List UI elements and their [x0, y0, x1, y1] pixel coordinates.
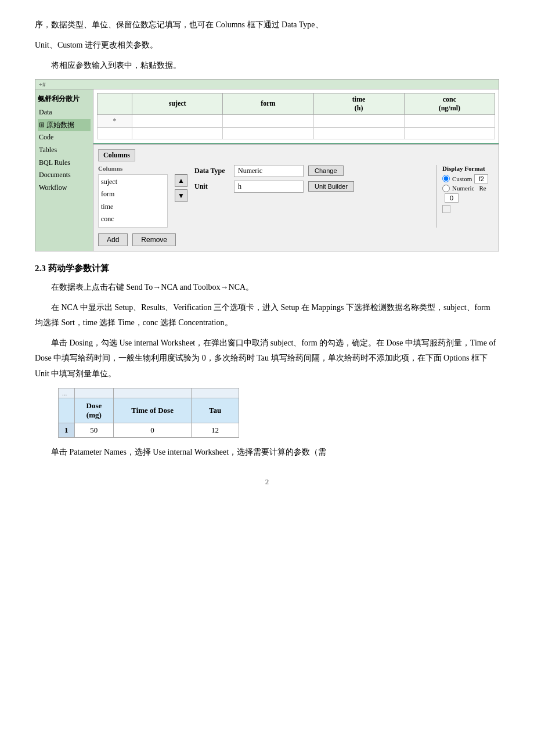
sidebar-item-tables[interactable]: Tables: [38, 144, 91, 157]
custom-label: Custom: [452, 175, 472, 182]
col-header-time: time(h): [313, 93, 404, 114]
app-title-icon: ÷#: [39, 81, 46, 88]
para1: 在数据表上点击右键 Send To→NCA and Toolbox→NCA。: [35, 280, 499, 296]
re-label: Re: [479, 185, 486, 192]
top-left-cell: ...: [59, 388, 75, 398]
top-empty3: [191, 388, 239, 398]
col-header-form: form: [223, 93, 313, 114]
custom-radio-row: Custom f2: [442, 174, 494, 183]
row-marker: *: [98, 114, 132, 127]
dosing-header-time-of-dose: Time of Dose: [114, 398, 192, 423]
table-row-empty: [98, 127, 495, 139]
intro-line2: Unit、Custom 进行更改相关参数。: [35, 38, 499, 52]
custom-format-input[interactable]: f2: [474, 174, 488, 183]
sidebar-item-documents[interactable]: Documents: [38, 169, 91, 182]
col-item-time[interactable]: time: [101, 201, 165, 214]
columns-panel-title: Columns: [98, 149, 135, 161]
dosing-table-wrapper: ... Dose(mg) Time of Dose Tau 1 50 0 12: [58, 388, 499, 438]
display-format-title: Display Format: [442, 165, 494, 172]
col-list-items[interactable]: suject form time conc: [98, 174, 168, 228]
data-type-group: Data Type Numeric Change: [194, 165, 429, 177]
sidebar-item-rawdata[interactable]: ⊞ 原始数据: [38, 119, 91, 132]
col-header-suject: suject: [132, 93, 223, 114]
table-row: *: [98, 114, 495, 127]
dosing-header-num: [59, 398, 75, 423]
custom-radio[interactable]: [442, 175, 450, 182]
arrow-up-button[interactable]: ▲: [175, 174, 187, 187]
format-checkbox[interactable]: [442, 205, 450, 213]
unit-label: Unit: [194, 182, 229, 191]
para4: 单击 Patameter Names，选择 Use internal Works…: [35, 445, 499, 460]
cell-suject[interactable]: [132, 114, 223, 127]
add-button[interactable]: Add: [98, 233, 128, 246]
col-arrows: ▲ ▼: [175, 165, 187, 228]
app-title-bar: ÷#: [35, 80, 499, 89]
app-body: 氨舒利分散片 Data ⊞ 原始数据 Code Tables BQL Rules…: [35, 89, 499, 251]
unit-builder-button[interactable]: Unit Builder: [308, 181, 354, 192]
sidebar-project-name: 氨舒利分散片: [38, 93, 91, 106]
dosing-dose-value[interactable]: 50: [74, 423, 114, 437]
numeric-radio-row: Numeric Re: [442, 185, 494, 192]
col-settings: Data Type Numeric Change Unit h Unit Bui…: [194, 165, 429, 228]
data-type-value: Numeric: [234, 165, 304, 177]
remove-button[interactable]: Remove: [132, 233, 176, 246]
format-number-input[interactable]: [445, 193, 459, 203]
dosing-time-value[interactable]: 0: [114, 423, 192, 437]
cell-conc[interactable]: [404, 114, 495, 127]
sidebar-item-bql-rules[interactable]: BQL Rules: [38, 157, 91, 170]
data-table-area: suject form time(h) conc(ng/ml) *: [93, 89, 499, 144]
main-content: suject form time(h) conc(ng/ml) *: [93, 89, 499, 251]
data-table: suject form time(h) conc(ng/ml) *: [97, 93, 495, 139]
page-number: 2: [35, 477, 499, 487]
sidebar-item-workflow[interactable]: Workflow: [38, 182, 91, 195]
dosing-header-row: Dose(mg) Time of Dose Tau: [59, 398, 239, 423]
column-list: Columns suject form time conc: [98, 165, 168, 228]
unit-value: h: [234, 181, 304, 193]
sidebar-item-code[interactable]: Code: [38, 131, 91, 144]
cell-time[interactable]: [313, 114, 404, 127]
dosing-header-dose: Dose(mg): [74, 398, 114, 423]
numeric-label: Numeric: [452, 185, 474, 192]
col-item-form[interactable]: form: [101, 188, 165, 201]
arrow-down-button[interactable]: ▼: [175, 189, 187, 202]
unit-group: Unit h Unit Builder: [194, 181, 429, 193]
dosing-tau-value[interactable]: 12: [191, 423, 239, 437]
para3: 单击 Dosing，勾选 Use internal Worksheet，在弹出窗…: [35, 336, 499, 382]
col-header-conc: conc(ng/ml): [404, 93, 495, 114]
col-list-title: Columns: [98, 165, 168, 172]
columns-panel: Columns Columns suject form time conc: [93, 144, 499, 251]
col-item-conc[interactable]: conc: [101, 213, 165, 226]
columns-inner: Columns suject form time conc ▲ ▼: [98, 165, 494, 228]
cell-form[interactable]: [223, 114, 313, 127]
dosing-data-row: 1 50 0 12: [59, 423, 239, 437]
top-empty1: [74, 388, 114, 398]
dosing-top-row: ...: [59, 388, 239, 398]
data-type-label: Data Type: [194, 167, 229, 175]
display-format: Display Format Custom f2 Numeric Re: [436, 165, 494, 228]
section-23-heading: 2.3 药动学参数计算: [35, 263, 499, 274]
para2: 在 NCA 中显示出 Setup、Results、Verification 三个…: [35, 300, 499, 331]
columns-buttons: Add Remove: [98, 233, 494, 246]
intro-line1: 序，数据类型、单位、保留位数忘记填写，也可在 Columns 框下通过 Data…: [35, 17, 499, 32]
app-window: ÷# 氨舒利分散片 Data ⊞ 原始数据 Code Tables BQL Ru…: [35, 79, 499, 251]
intro-line3: 将相应参数输入到表中，粘贴数据。: [35, 58, 499, 73]
change-button[interactable]: Change: [308, 165, 344, 176]
dosing-header-tau: Tau: [191, 398, 239, 423]
numeric-radio[interactable]: [442, 185, 450, 192]
sidebar: 氨舒利分散片 Data ⊞ 原始数据 Code Tables BQL Rules…: [35, 89, 93, 251]
dosing-table: ... Dose(mg) Time of Dose Tau 1 50 0 12: [58, 388, 239, 438]
sidebar-item-data[interactable]: Data: [38, 106, 91, 119]
rawdata-icon: ⊞: [39, 121, 45, 129]
dosing-row-num: 1: [59, 423, 75, 437]
top-empty2: [114, 388, 192, 398]
col-item-suject[interactable]: suject: [101, 176, 165, 189]
